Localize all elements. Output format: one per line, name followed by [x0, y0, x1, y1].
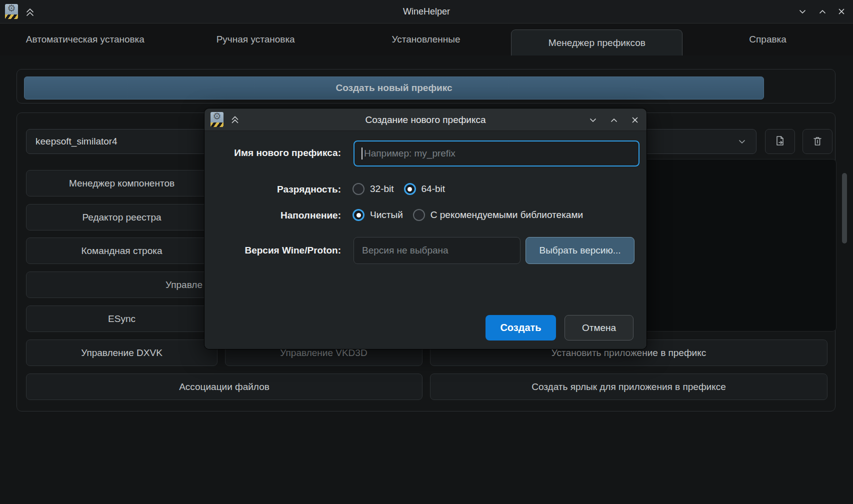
chevron-down-icon [796, 4, 810, 18]
radio-icon [404, 183, 416, 195]
dialog-body: Имя нового префикса: Например: my_prefix… [204, 131, 646, 349]
create-prefix-dialog: ⚙ Создание нового префикса Имя нового пр… [204, 108, 646, 349]
window-titlebar: ⚙ WineHelper [0, 0, 853, 24]
trash-icon [810, 134, 825, 149]
tab-prefix-manager[interactable]: Менеджер префиксов [511, 30, 682, 56]
prefix-name-label: Имя нового префикса: [204, 148, 341, 158]
maximize-button[interactable] [816, 4, 830, 18]
radio-64bit[interactable]: 64-bit [404, 183, 446, 195]
tab-installed[interactable]: Установленные [341, 24, 512, 56]
radio-label: 32-bit [370, 184, 394, 194]
close-icon [834, 4, 848, 18]
minimize-button[interactable] [796, 4, 810, 18]
export-prefix-button[interactable] [765, 129, 795, 154]
fill-options: Чистый С рекомендуемыми библиотеками [352, 209, 583, 221]
radio-label: 64-bit [422, 184, 446, 194]
tab-auto-install[interactable]: Автоматическая установка [0, 24, 170, 56]
registry-editor-button[interactable]: Редактор реестра [26, 204, 218, 230]
fill-label: Наполнение: [204, 210, 341, 221]
tab-bar: Автоматическая установка Ручная установк… [0, 24, 853, 56]
radio-label: Чистый [370, 210, 403, 220]
radio-32bit[interactable]: 32-bit [352, 183, 394, 195]
dialog-create-button[interactable]: Создать [486, 315, 556, 340]
dialog-maximize-button[interactable] [607, 113, 621, 127]
vertical-scrollbar-thumb[interactable] [842, 173, 847, 244]
file-associations-button[interactable]: Ассоциации файлов [26, 374, 422, 400]
dialog-title: Создание нового префикса [204, 108, 646, 131]
text-caret [362, 148, 362, 160]
winehelper-window: ⚙ WineHelper Автоматическая установка Ру… [0, 0, 853, 504]
file-export-icon [772, 134, 788, 149]
close-icon [628, 113, 642, 127]
prefix-name-input[interactable]: Например: my_prefix [354, 140, 640, 166]
bitness-label: Разрядность: [204, 184, 341, 195]
prefix-name-placeholder: Например: my_prefix [364, 148, 456, 159]
create-shortcut-button[interactable]: Создать ярлык для приложения в префиксе [430, 374, 828, 400]
dialog-titlebar: ⚙ Создание нового префикса [204, 108, 646, 131]
radio-icon [352, 209, 364, 221]
chevron-down-icon [586, 113, 600, 127]
dialog-close-button[interactable] [628, 113, 642, 127]
wine-version-label: Версия Wine/Proton: [204, 245, 341, 256]
choose-version-button[interactable]: Выбрать версию... [526, 237, 634, 264]
bitness-options: 32-bit 64-bit [352, 183, 445, 195]
esync-button[interactable]: ESync [26, 306, 218, 332]
window-title: WineHelper [0, 0, 853, 24]
wine-version-field[interactable]: Версия не выбрана [354, 237, 520, 264]
radio-icon [413, 209, 425, 221]
close-button[interactable] [834, 4, 848, 18]
create-new-prefix-button[interactable]: Создать новый префикс [24, 76, 764, 100]
radio-label: С рекомендуемыми библиотеками [430, 210, 583, 220]
radio-clean[interactable]: Чистый [352, 209, 403, 221]
tab-manual-install[interactable]: Ручная установка [170, 24, 341, 56]
command-line-button[interactable]: Командная строка [26, 238, 218, 264]
tab-help[interactable]: Справка [682, 24, 853, 56]
dxvk-button[interactable]: Управление DXVK [26, 340, 218, 366]
radio-recommended-libs[interactable]: С рекомендуемыми библиотеками [413, 209, 583, 221]
component-manager-button[interactable]: Менеджер компонентов [26, 170, 218, 196]
radio-icon [352, 183, 364, 195]
delete-prefix-button[interactable] [802, 129, 832, 154]
dialog-minimize-button[interactable] [586, 113, 600, 127]
dialog-cancel-button[interactable]: Отмена [564, 315, 634, 340]
chevron-down-icon [736, 136, 748, 148]
chevron-up-icon [607, 113, 621, 127]
chevron-up-icon [816, 4, 830, 18]
